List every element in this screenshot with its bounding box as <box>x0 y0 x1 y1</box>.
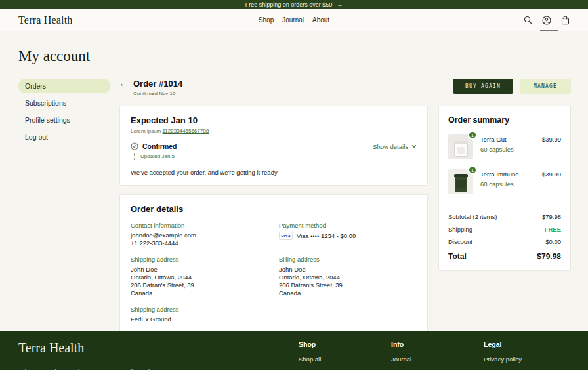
contact-phone: +1 222-333-4444 <box>131 239 279 247</box>
order-subtitle: Confirmed Nov 10 <box>133 91 182 96</box>
item-name: Terra Immune <box>480 171 535 178</box>
billing-address-line: 206 Batran's Street, 39 <box>279 281 417 289</box>
manage-button[interactable]: MANAGE <box>520 79 571 94</box>
item-variant: 60 capsules <box>480 180 535 188</box>
promo-banner: Free shipping on orders over $50 → <box>0 0 588 9</box>
total-value: $79.98 <box>537 252 561 261</box>
search-icon[interactable] <box>524 16 532 24</box>
quantity-badge: 1 <box>468 165 477 175</box>
back-arrow-icon[interactable]: ← <box>119 79 127 96</box>
status-row: Confirmed Show details <box>131 142 417 150</box>
contact-information-section: Contact information johndoe@example.com … <box>131 222 279 247</box>
order-page: ← Order #1014 Confirmed Nov 10 BUY AGAIN… <box>119 79 571 356</box>
contact-information-label: Contact information <box>131 222 279 229</box>
product-jar-light <box>454 141 468 157</box>
account-icon[interactable] <box>542 16 551 25</box>
visa-icon: VISA <box>279 232 293 240</box>
billing-address-section: Billing address John Doe Ontario, Ottawa… <box>279 256 417 297</box>
tracking-label: Lorem ipsum <box>131 128 161 134</box>
header-icons <box>524 16 570 25</box>
item-name: Terra Gut <box>480 136 535 143</box>
billing-address-line: Canada <box>279 289 417 297</box>
order-details-card: Order details Contact information johndo… <box>119 194 428 333</box>
sidebar-item-profile-settings[interactable]: Profile settings <box>18 113 110 127</box>
check-circle-icon <box>131 142 138 150</box>
quantity-badge: 1 <box>468 131 477 140</box>
page-content: My account Orders Subscriptions Profile … <box>0 48 588 356</box>
footer-logo[interactable]: Terra Health <box>18 340 299 356</box>
order-summary-title: Order summary <box>448 115 561 125</box>
discount-row: Discount $0.00 <box>448 238 561 245</box>
subtotal-value: $79.98 <box>542 213 561 220</box>
item-variant: 60 capsules <box>480 146 535 153</box>
order-title: Order #1014 <box>133 79 182 89</box>
shipping-address-line: Canada <box>131 289 279 297</box>
nav-journal[interactable]: Journal <box>282 16 304 24</box>
shipment-message: We've accepted your order, and we're get… <box>131 169 417 176</box>
site-header: Terra Health Shop Journal About <box>0 9 588 31</box>
bag-icon[interactable] <box>561 16 570 25</box>
buy-again-button[interactable]: BUY AGAIN <box>453 79 513 94</box>
discount-value: $0.00 <box>545 238 561 245</box>
footer-column-shop: Shop Shop all Best sellers <box>299 340 391 370</box>
contact-email: johndoe@example.com <box>131 232 279 239</box>
divider <box>448 205 561 205</box>
nav-about[interactable]: About <box>312 16 329 24</box>
timeline-dotted-line <box>134 153 135 160</box>
subtotal-label: Subtotal (2 items) <box>448 213 497 220</box>
promo-banner-text: Free shipping on orders over $50 <box>245 1 333 8</box>
billing-address-line: Ontario, Ottawa, 2044 <box>279 274 417 281</box>
status-updated-text: Updated Jan 5 <box>140 154 175 159</box>
tracking-number-link[interactable]: 1122334455667788 <box>162 128 209 134</box>
site-footer: Terra Health Join our newsletter and sav… <box>0 331 588 370</box>
shipping-method-section: Shipping address FedEx Ground <box>131 306 279 323</box>
account-sidebar: Orders Subscriptions Profile settings Lo… <box>18 79 110 356</box>
order-details-title: Order details <box>131 204 417 214</box>
shipment-card: Expected Jan 10 Lorem ipsum 112233445566… <box>119 106 428 186</box>
sidebar-item-subscriptions[interactable]: Subscriptions <box>18 96 110 110</box>
page-title: My account <box>18 48 571 65</box>
footer-column-title: Shop <box>299 340 391 348</box>
item-price: $39.99 <box>542 134 561 159</box>
show-details-label: Show details <box>373 143 408 150</box>
expected-date: Expected Jan 10 <box>131 115 417 125</box>
subtotal-row: Subtotal (2 items) $79.98 <box>448 213 561 220</box>
status-label: Confirmed <box>142 142 177 150</box>
account-active-underline <box>540 30 558 31</box>
product-jar-dark <box>455 175 467 192</box>
shipping-address-line: Ontario, Ottawa, 2044 <box>131 274 279 281</box>
shipping-label: Shipping <box>448 226 472 233</box>
site-logo[interactable]: Terra Health <box>18 14 73 26</box>
footer-column-legal: Legal Privacy policy Terms of service <box>484 340 576 370</box>
tracking-line: Lorem ipsum 1122334455667788 <box>131 128 417 134</box>
nav-shop[interactable]: Shop <box>259 16 274 24</box>
footer-column-title: Info <box>391 340 484 348</box>
footer-brand: Terra Health Join our newsletter and sav… <box>18 340 299 370</box>
shipping-method-label: Shipping address <box>131 306 279 313</box>
summary-item: 1 Terra Gut 60 capsules $39.99 <box>448 134 561 159</box>
shipping-address-line: John Doe <box>131 266 279 274</box>
footer-link-shop-all[interactable]: Shop all <box>299 356 391 363</box>
footer-column-title: Legal <box>484 340 576 348</box>
footer-link-journal[interactable]: Journal <box>391 356 484 363</box>
order-header: ← Order #1014 Confirmed Nov 10 BUY AGAIN… <box>119 79 571 96</box>
total-row: Total $79.98 <box>448 252 561 261</box>
sidebar-item-orders[interactable]: Orders <box>18 79 110 93</box>
show-details-toggle[interactable]: Show details <box>373 143 417 150</box>
shipping-address-line: 206 Batran's Street, 39 <box>131 281 279 289</box>
status-updated-row: Updated Jan 5 <box>134 153 417 160</box>
billing-address-label: Billing address <box>279 256 417 263</box>
billing-address-line: John Doe <box>279 266 417 274</box>
payment-method-label: Payment method <box>279 222 417 229</box>
footer-link-privacy-policy[interactable]: Privacy policy <box>484 356 576 363</box>
item-price: $39.99 <box>542 169 561 194</box>
shipping-address-section: Shipping address John Doe Ontario, Ottaw… <box>131 256 279 297</box>
sidebar-item-log-out[interactable]: Log out <box>18 130 110 144</box>
main-nav: Shop Journal About <box>259 16 329 24</box>
discount-label: Discount <box>448 238 472 245</box>
payment-method-section: Payment method VISA Visa •••• 1234 - $0.… <box>279 222 417 247</box>
payment-method-value: Visa •••• 1234 - $0.00 <box>297 232 356 240</box>
shipping-value: FREE <box>545 226 561 233</box>
summary-item: 1 Terra Immune 60 capsules $39.99 <box>448 169 561 194</box>
arrow-right-icon: → <box>337 1 343 8</box>
